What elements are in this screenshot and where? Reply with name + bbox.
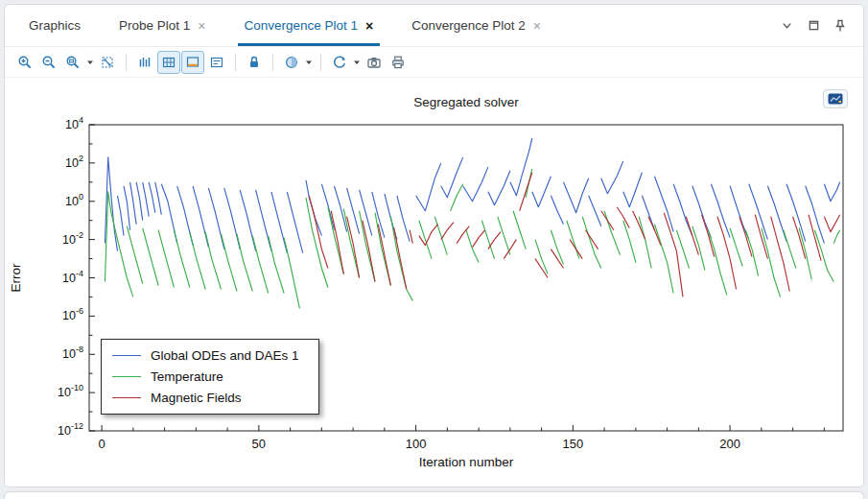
series-segment (623, 173, 643, 207)
series-segment (394, 228, 407, 290)
series-segment (473, 230, 485, 248)
y-tick-label: 102 (65, 154, 83, 170)
image-snapshot-button[interactable] (363, 51, 386, 74)
series-segment (510, 138, 532, 196)
grid-toggle-button[interactable] (157, 51, 180, 74)
dropdown-caret-icon (353, 59, 361, 66)
series-segment (749, 184, 768, 240)
axis-limits-button[interactable] (181, 51, 204, 74)
series-segment (105, 192, 132, 297)
y-tick-label: 10-6 (62, 306, 83, 322)
series-segment (287, 192, 302, 253)
series-segment (570, 240, 582, 259)
plot-legend: Global ODEs and DAEs 1 Temperature Magne… (101, 339, 319, 415)
series-segment (488, 171, 510, 205)
tab-bar: Graphics Probe Plot 1 × Convergence Plot… (5, 5, 863, 47)
series-segment (130, 182, 137, 225)
tab-label: Convergence Plot 1 (245, 18, 359, 33)
series-segment (271, 192, 287, 253)
series-segment (155, 182, 162, 215)
series-segment (833, 230, 840, 244)
camera-icon (366, 55, 382, 70)
update-plot-dropdown[interactable] (352, 51, 362, 74)
legend-item: Magnetic Fields (112, 391, 303, 405)
toolbar-separator (320, 54, 321, 71)
dropdown-caret-icon (305, 59, 313, 66)
scene-settings-icon (284, 55, 299, 70)
scene-settings-dropdown[interactable] (304, 51, 314, 74)
zoom-out-button[interactable] (37, 51, 60, 74)
legend-line-swatch (112, 397, 141, 398)
zoom-in-button[interactable] (13, 51, 36, 74)
series-segment (284, 238, 299, 309)
graphics-toolbar (5, 47, 863, 78)
series-segment (193, 186, 208, 248)
y-tick-label: 10-4 (62, 269, 83, 285)
plot-area: 05010015020010410210010-210-410-610-810-… (5, 78, 863, 487)
tab-convergence-plot-2[interactable]: Convergence Plot 2 × (397, 5, 555, 46)
legend-item: Global ODEs and DAEs 1 (112, 348, 303, 363)
series-segment (208, 188, 223, 250)
update-plot-button[interactable] (328, 51, 351, 74)
print-button[interactable] (387, 51, 410, 74)
series-segment (143, 182, 150, 217)
series-segment (601, 161, 623, 194)
x-axis-label: Iteration number (419, 455, 514, 469)
series-segment (205, 232, 221, 290)
legend-toggle-button[interactable] (205, 51, 228, 74)
tab-probe-plot-1[interactable]: Probe Plot 1 × (105, 5, 220, 46)
tab-close-icon[interactable]: × (533, 19, 541, 33)
y-tick-label: 100 (65, 192, 83, 208)
zoom-in-icon (17, 55, 33, 70)
series-segment (306, 198, 328, 288)
zoom-box-dropdown[interactable] (85, 51, 95, 74)
series-segment (463, 167, 488, 202)
toolbar-separator (272, 54, 273, 71)
float-window-icon[interactable] (808, 19, 820, 32)
tab-graphics[interactable]: Graphics (14, 5, 95, 46)
series-segment (174, 230, 189, 288)
series-segment (222, 234, 237, 292)
x-tick-label: 100 (406, 437, 427, 451)
series-segment (582, 217, 601, 269)
tab-label: Probe Plot 1 (119, 18, 190, 33)
series-segment (136, 182, 143, 221)
tab-convergence-plot-1[interactable]: Convergence Plot 1 × (230, 5, 388, 46)
lock-icon (246, 55, 262, 70)
series-segment (441, 223, 454, 240)
axis-limits-icon (185, 55, 200, 70)
zoom-box-icon (65, 55, 81, 70)
zoom-extents-button[interactable] (96, 51, 119, 74)
zoom-out-icon (41, 55, 57, 70)
series-segment (360, 190, 372, 236)
series-segment (655, 225, 674, 294)
series-segment (149, 182, 155, 213)
y-tick-label: 10-12 (58, 421, 83, 438)
series-segment (416, 163, 441, 211)
series-segment (623, 221, 636, 263)
series-segment (451, 184, 463, 211)
view-lock-button[interactable] (243, 51, 266, 74)
zoom-box-button[interactable] (61, 51, 84, 74)
series-segment (692, 186, 712, 238)
series-segment (815, 230, 834, 282)
mini-plot-icon (828, 93, 843, 105)
tab-close-icon[interactable]: × (198, 19, 205, 33)
series-segment (363, 221, 375, 282)
scene-settings-button[interactable] (280, 51, 303, 74)
y-tick-label: 10-8 (62, 345, 83, 361)
series-segment (702, 215, 715, 257)
series-segment (124, 186, 130, 230)
series-segment (118, 196, 125, 236)
axis-scale-button[interactable] (133, 51, 156, 74)
pin-icon[interactable] (834, 19, 846, 33)
y-axis-label: Error (9, 263, 23, 293)
chevron-down-icon[interactable] (781, 19, 793, 32)
plot-overlay-button[interactable] (823, 89, 848, 108)
series-segment (655, 177, 674, 232)
axis-scale-icon (137, 55, 152, 70)
tab-close-icon[interactable]: × (365, 19, 373, 33)
series-segment (692, 226, 705, 271)
series-segment (252, 236, 268, 294)
convergence-plot-canvas[interactable]: 05010015020010410210010-210-410-610-810-… (5, 78, 863, 487)
